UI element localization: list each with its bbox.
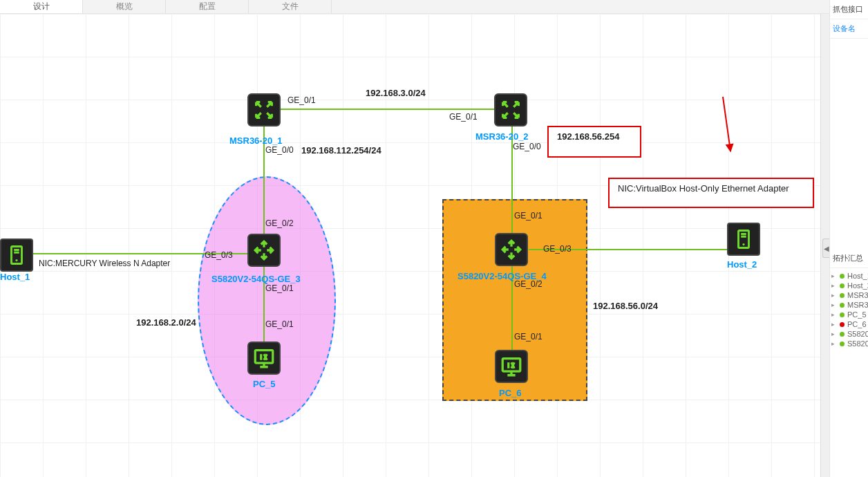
port-sw4-ge02: GE_0/2 [514, 279, 542, 289]
switch-icon [500, 238, 523, 261]
annotation-host2-nic: NIC:VirtualBox Host-Only Ethernet Adapte… [608, 178, 814, 208]
switch-icon [252, 238, 276, 262]
pc-icon [252, 346, 276, 370]
port-msr2-ge01: GE_0/1 [449, 112, 478, 122]
rp-item-label: S5820V2-54QS-GE_4 [847, 339, 868, 348]
rp-device-list: ▸Host_1 ▸Host_2 ▸MSR36-20_1 ▸MSR36-20_2 … [830, 268, 868, 348]
router-icon [252, 98, 276, 122]
rp-item-label: MSR36-20_2 [847, 301, 868, 309]
device-sw3[interactable] [247, 234, 281, 267]
rp-item-label: Host_1 [847, 272, 868, 280]
device-host2[interactable] [727, 223, 760, 256]
svg-point-3 [15, 259, 17, 261]
port-msr2-ge00: GE_0/0 [513, 142, 541, 151]
port-sw3-ge01b: GE_0/1 [265, 319, 294, 329]
net-right-subnet: 192.168.56.0/24 [593, 301, 658, 311]
port-sw3-ge02: GE_0/2 [265, 218, 294, 228]
tab-config[interactable]: 配置 [166, 0, 249, 13]
status-dot [840, 274, 845, 279]
rp-item-label: PC_5 [847, 310, 867, 319]
link-r1-r2[interactable] [280, 109, 494, 110]
status-dot [840, 303, 845, 308]
rp-item[interactable]: ▸S5820V2-54QS-GE_4 [830, 339, 868, 348]
host-icon [6, 243, 27, 267]
device-pc5[interactable] [247, 342, 281, 375]
expand-icon: ▸ [831, 321, 837, 328]
port-sw4-ge03: GE_0/3 [543, 244, 572, 254]
rp-item[interactable]: ▸MSR36-20_2 [830, 300, 868, 310]
status-dot [840, 332, 845, 337]
net-r1-r2: 192.168.3.0/24 [366, 88, 426, 98]
expand-icon: ▸ [831, 330, 837, 337]
annotation-r2-gw-text: 192.168.56.254 [557, 131, 619, 142]
annotation-r2-gw: 192.168.56.254 [547, 126, 641, 158]
status-dot [840, 312, 845, 317]
port-sw3-ge01a: GE_0/1 [265, 283, 294, 293]
annotation-arrow [722, 97, 731, 151]
expand-icon: ▸ [831, 311, 837, 318]
rp-item[interactable]: ▸Host_2 [830, 281, 868, 290]
port-sw4-ge01a: GE_0/1 [514, 211, 542, 221]
label-sw3: S5820V2-54QS-GE_3 [211, 274, 301, 284]
svg-point-5 [742, 243, 744, 245]
device-host1[interactable] [0, 238, 33, 272]
rp-item-label: MSR36-20_1 [847, 291, 868, 299]
host-icon [733, 227, 754, 251]
port-msr1-ge01: GE_0/1 [287, 95, 316, 105]
tab-overview[interactable]: 概览 [83, 0, 166, 13]
expand-icon: ▸ [831, 301, 837, 308]
rp-item[interactable]: ▸Host_1 [830, 271, 868, 281]
label-host1: Host_1 [0, 272, 30, 282]
right-panel: 抓包接口 设备名 拓扑汇总 ▸Host_1 ▸Host_2 ▸MSR36-20_… [829, 0, 868, 477]
rp-section1-title: 抓包接口 [830, 0, 868, 19]
device-pc6[interactable] [495, 350, 528, 383]
topology-canvas[interactable]: MSR36-20_1 MSR36-20_2 S5820V2-54QS-GE_3 … [0, 14, 829, 477]
status-dot [840, 283, 845, 288]
right-panel-toggle[interactable]: ◀ [822, 238, 829, 258]
pc-icon [500, 355, 523, 378]
rp-item[interactable]: ▸S5820V2-54QS-GE_3 [830, 329, 868, 339]
net-r1-gw: 192.168.112.254/24 [301, 145, 381, 156]
tab-design[interactable]: 设计 [0, 0, 83, 13]
label-host2: Host_2 [727, 259, 757, 270]
rp-item[interactable]: ▸PC_6 [830, 319, 868, 329]
device-msr1[interactable] [247, 93, 281, 127]
status-dot [840, 322, 845, 327]
rp-section1-link[interactable]: 设备名 [830, 19, 868, 39]
net-left-subnet: 192.168.2.0/24 [136, 317, 196, 328]
label-pc5: PC_5 [253, 379, 276, 389]
port-msr1-ge00: GE_0/0 [265, 145, 294, 155]
label-msr2: MSR36-20_2 [475, 131, 529, 142]
label-msr1: MSR36-20_1 [229, 135, 283, 146]
rp-item-label: PC_6 [847, 320, 867, 328]
nic-host1: NIC:MERCURY Wireless N Adapter [39, 259, 170, 268]
rp-item-label: S5820V2-54QS-GE_3 [847, 330, 868, 338]
router-icon [499, 98, 522, 122]
status-dot [840, 342, 845, 346]
rp-item-label: Host_2 [847, 281, 868, 290]
expand-icon: ▸ [831, 292, 837, 299]
rp-item[interactable]: ▸PC_5 [830, 310, 868, 319]
rp-item[interactable]: ▸MSR36-20_1 [830, 290, 868, 300]
port-sw3-ge03: GE_0/3 [205, 250, 233, 260]
expand-icon: ▸ [831, 272, 837, 279]
label-pc6: PC_6 [499, 388, 522, 398]
expand-icon: ▸ [831, 282, 837, 289]
expand-icon: ▸ [831, 340, 837, 347]
annotation-host2-nic-text: NIC:VirtualBox Host-Only Ethernet Adapte… [618, 183, 789, 194]
tab-file[interactable]: 文件 [249, 0, 332, 13]
rp-section2-title: 拓扑汇总 [830, 249, 868, 268]
device-sw4[interactable] [495, 233, 528, 266]
status-dot [840, 293, 845, 298]
port-sw4-ge01b: GE_0/1 [514, 332, 542, 342]
top-tabs: 设计 概览 配置 文件 [0, 0, 829, 14]
device-msr2[interactable] [494, 93, 527, 127]
